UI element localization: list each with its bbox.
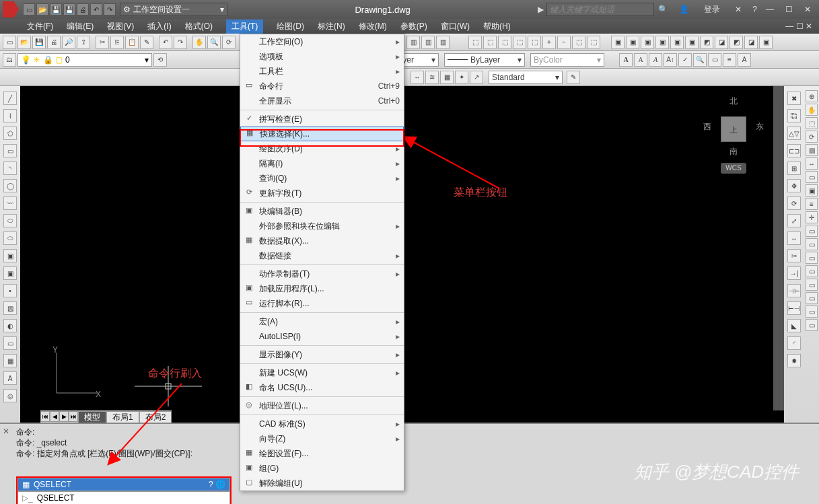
zoom-dyn-icon[interactable]: ⬚ [483, 36, 497, 49]
zoom-icon[interactable]: 🔍 [207, 36, 221, 49]
cut-icon[interactable]: ✂ [96, 36, 109, 49]
menu-item[interactable]: ▦绘图设置(F)... [240, 446, 404, 461]
dim-style-icon[interactable]: ↔ [411, 71, 424, 84]
menu-item[interactable]: 动作录制器(T)▸ [240, 266, 404, 281]
fillet-icon[interactable]: ◜ [787, 336, 801, 350]
exchange-icon[interactable]: ✕ [735, 5, 742, 14]
copy-obj-icon[interactable]: ⿻ [787, 109, 801, 122]
line-icon[interactable]: ╱ [3, 92, 17, 105]
menu-item[interactable]: 绘图次序(D)▸ [240, 141, 404, 156]
layer-prev-icon[interactable]: ⟲ [153, 53, 167, 67]
menu-item[interactable]: ▢解除编组(U) [240, 476, 404, 491]
menu-item[interactable]: 新建 UCS(W)▸ [240, 365, 404, 380]
menu-help[interactable]: 帮助(H) [483, 21, 511, 32]
view-right-icon[interactable]: ▣ [655, 36, 669, 49]
menu-item[interactable]: ◎地理位置(L)... [240, 398, 404, 413]
view-btm-icon[interactable]: ▣ [626, 36, 639, 49]
layer-dropdown[interactable]: 💡 ☀ 🔒 ▢ 0 ▾ [17, 53, 152, 67]
saveas-icon[interactable]: 💾 [63, 3, 75, 15]
publish-icon[interactable]: ⇪ [77, 36, 90, 49]
stretch-icon[interactable]: ↔ [787, 231, 801, 245]
mirror-icon[interactable]: △▽ [787, 127, 801, 140]
menu-item[interactable]: 查询(Q)▸ [240, 171, 404, 186]
chamfer-icon[interactable]: ◣ [787, 319, 801, 332]
menu-modify[interactable]: 修改(M) [359, 21, 387, 32]
menu-item[interactable]: ▭运行脚本(R)... [240, 296, 404, 311]
tab-first-icon[interactable]: ⏮ [40, 411, 50, 422]
view-top-icon[interactable]: ▣ [611, 36, 625, 49]
join-icon[interactable]: ⊢⊣ [787, 301, 801, 315]
vc-north[interactable]: 北 [703, 96, 764, 107]
viewcube[interactable]: 北 西 上 东 南 WCS [703, 96, 764, 170]
open-icon[interactable]: 📂 [36, 3, 48, 15]
menu-item[interactable]: ◧命名 UCS(U)... [240, 380, 404, 395]
menu-window[interactable]: 窗口(W) [441, 21, 470, 32]
zoom-center-icon[interactable]: ⬚ [513, 36, 526, 49]
find-icon[interactable]: 🔍 [693, 53, 707, 67]
user-icon[interactable]: 👤 [679, 5, 689, 14]
rotate-icon[interactable]: ⟳ [787, 196, 801, 210]
insert-icon[interactable]: ▣ [3, 249, 17, 262]
explode-icon[interactable]: ✸ [787, 354, 801, 367]
menu-item[interactable]: ▦数据提取(X)... [240, 233, 404, 248]
arc-icon[interactable]: ◝ [3, 161, 17, 175]
zoom-all-icon[interactable]: ⬚ [572, 36, 585, 49]
tab-layout2[interactable]: 布局2 [139, 411, 172, 423]
menu-item[interactable]: AutoLISP(I)▸ [240, 329, 404, 344]
zoom-window-icon[interactable]: ⬚ [468, 36, 482, 49]
menu-item[interactable]: 选项板▸ [240, 49, 404, 64]
menu-item[interactable]: 宏(A)▸ [240, 314, 404, 329]
vc-west[interactable]: 西 [703, 121, 711, 133]
menu-format[interactable]: 格式(O) [185, 21, 213, 32]
offset-icon[interactable]: ⊏⊐ [787, 144, 801, 157]
menu-item[interactable]: 向导(Z)▸ [240, 431, 404, 446]
orbit-icon[interactable]: ⟳ [806, 131, 818, 143]
misc1-icon[interactable]: ▭ [806, 225, 818, 237]
layer-mgr-icon[interactable]: 🗂 [3, 53, 16, 67]
menu-item[interactable]: 隔离(I)▸ [240, 156, 404, 171]
save-icon[interactable]: 💾 [50, 3, 62, 15]
menu-item[interactable]: ▣组(G) [240, 461, 404, 476]
table-icon[interactable]: ▦ [3, 354, 17, 367]
mtext-icon[interactable]: A [619, 53, 633, 67]
vc-east[interactable]: 东 [756, 121, 764, 133]
login-link[interactable]: 登录 [704, 4, 720, 15]
tab-last-icon[interactable]: ⏭ [69, 411, 78, 422]
text-style-icon[interactable]: A [649, 53, 662, 67]
field-icon[interactable]: ▭ [708, 53, 721, 67]
menu-item[interactable]: 工作空间(O)▸ [240, 34, 404, 49]
tab-next-icon[interactable]: ▶ [59, 411, 69, 422]
view-se-icon[interactable]: ◪ [715, 36, 728, 49]
circle-icon[interactable]: ◯ [3, 179, 17, 192]
redo-icon[interactable]: ↷ [104, 3, 116, 15]
pan-icon[interactable]: ✋ [192, 36, 206, 49]
match-icon[interactable]: ✎ [140, 36, 153, 49]
search-input[interactable]: 键入关键字或短语 [546, 3, 654, 16]
spline-icon[interactable]: 〰 [3, 196, 17, 210]
tab-prev-icon[interactable]: ◀ [50, 411, 59, 422]
print-icon[interactable]: 🖨 [77, 3, 89, 15]
misc4-icon[interactable]: ▭ [806, 265, 818, 277]
new-icon[interactable]: ▭ [23, 3, 35, 15]
view-mgr-icon[interactable]: ▣ [759, 36, 773, 49]
ellipse-icon[interactable]: ⬭ [3, 214, 17, 227]
vc-south[interactable]: 南 [703, 146, 764, 157]
hatch-icon[interactable]: ▨ [3, 301, 17, 315]
zoom-ext-icon[interactable]: ⬚ [587, 36, 600, 49]
new-icon[interactable]: ▭ [3, 36, 16, 49]
spell-icon[interactable]: ✓ [678, 53, 692, 67]
zoom-out-icon[interactable]: − [557, 36, 571, 49]
text-scale-icon[interactable]: A↕ [664, 53, 677, 67]
menu-item[interactable]: 显示图像(Y)▸ [240, 347, 404, 362]
vol-icon[interactable]: ▣ [806, 184, 818, 196]
zoom-in-icon[interactable]: + [542, 36, 556, 49]
break-icon[interactable]: ⊣⊢ [787, 284, 801, 297]
scale-icon[interactable]: ⤢ [787, 214, 801, 227]
misc7-icon[interactable]: ▭ [806, 305, 818, 318]
undo-icon[interactable]: ↶ [90, 3, 102, 15]
tab-layout1[interactable]: 布局1 [106, 411, 139, 423]
paste-icon[interactable]: 📋 [125, 36, 139, 49]
table-style-icon[interactable]: ▦ [440, 71, 454, 84]
menu-dim[interactable]: 标注(N) [318, 21, 345, 32]
menu-item[interactable]: 工具栏▸ [240, 64, 404, 79]
